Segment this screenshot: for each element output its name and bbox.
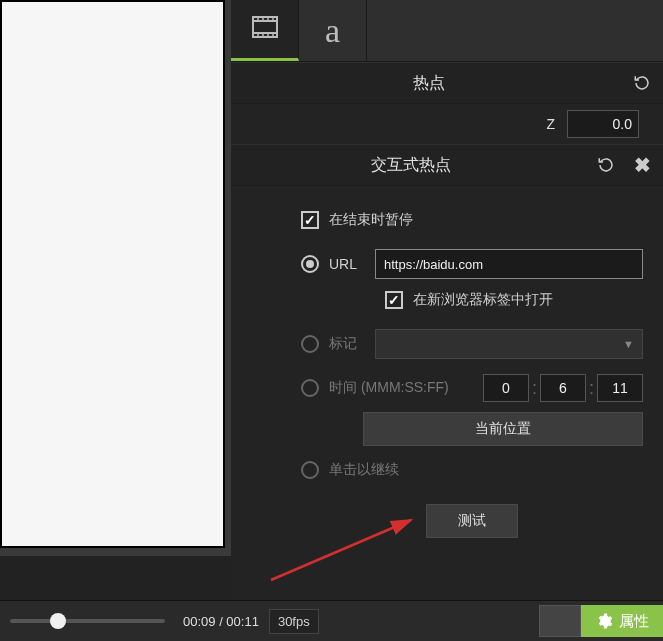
fps-display[interactable]: 30fps [269,609,319,634]
interactive-body: 在结束时暂停 URL 在新浏览器标签中打开 标记 ▼ 时间 (MMM:SS:FF… [231,186,663,538]
hotspot-title: 热点 [231,73,627,94]
z-row: Z [231,104,663,144]
newtab-label: 在新浏览器标签中打开 [413,291,553,309]
time-label: 时间 (MMM:SS:FF) [329,379,449,397]
pause-row: 在结束时暂停 [301,202,643,238]
url-radio[interactable] [301,255,319,273]
tab-text[interactable]: a [299,0,367,61]
marker-label: 标记 [329,335,365,353]
tab-visual-properties[interactable] [231,0,299,61]
reset-interactive-icon[interactable] [591,150,621,180]
z-label: Z [546,116,555,132]
url-label: URL [329,256,365,272]
section-header-interactive: 交互式热点 ✖ [231,144,663,186]
marker-select[interactable]: ▼ [375,329,643,359]
time-min-input[interactable] [483,374,529,402]
properties-panel: 热点 Z 交互式热点 ✖ 在结束时暂停 URL 在新浏览器标签中打开 [231,62,663,600]
z-input[interactable] [567,110,639,138]
time-inputs: : : [483,374,643,402]
close-icon[interactable]: ✖ [627,150,657,180]
pause-label: 在结束时暂停 [329,211,413,229]
preview-area [0,0,231,556]
time-row: 时间 (MMM:SS:FF) : : [301,370,643,406]
click-continue-label: 单击以继续 [329,461,399,479]
marker-row: 标记 ▼ [301,326,643,362]
marker-radio[interactable] [301,335,319,353]
collapsed-panel-handle[interactable] [539,605,581,637]
properties-button[interactable]: 属性 [581,605,663,637]
preview-canvas[interactable] [0,0,225,548]
chevron-down-icon: ▼ [623,338,634,350]
section-header-hotspot: 热点 [231,62,663,104]
click-continue-row: 单击以继续 [301,452,643,488]
time-sec-input[interactable] [540,374,586,402]
zoom-slider-thumb[interactable] [50,613,66,629]
url-row: URL [301,246,643,282]
zoom-slider[interactable] [10,619,165,623]
footer-right: 属性 [539,605,663,637]
text-a-icon: a [325,12,340,50]
reset-hotspot-icon[interactable] [627,68,657,98]
time-frame-input[interactable] [597,374,643,402]
test-button[interactable]: 测试 [426,504,518,538]
newtab-row: 在新浏览器标签中打开 [385,282,643,318]
gear-icon [595,612,613,630]
time-display: 00:09 / 00:11 [183,614,259,629]
time-radio[interactable] [301,379,319,397]
right-panel-tabs: a [231,0,663,62]
interactive-title: 交互式热点 [231,155,591,176]
pause-checkbox[interactable] [301,211,319,229]
bottom-bar: 00:09 / 00:11 30fps 属性 [0,600,663,641]
current-position-button[interactable]: 当前位置 [363,412,643,446]
filmstrip-icon [252,13,278,45]
click-continue-radio[interactable] [301,461,319,479]
url-input[interactable] [375,249,643,279]
newtab-checkbox[interactable] [385,291,403,309]
